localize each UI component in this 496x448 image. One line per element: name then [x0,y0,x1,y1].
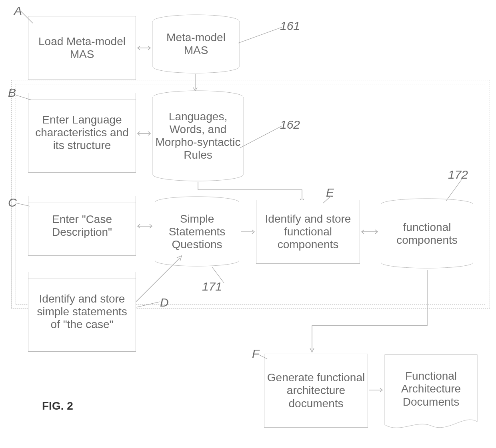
leader-171 [212,267,224,283]
leader-b [16,95,31,103]
letter-c: C [8,196,17,209]
box-b-label: Enter Language characteristics and its s… [31,113,133,152]
cyl-fc-label: functional components [383,221,471,247]
figure-caption: FIG. 2 [42,400,73,412]
letter-b: B [8,86,16,100]
arrow-e-fc [360,229,379,235]
svg-line-0 [21,11,33,23]
leader-172 [446,179,462,201]
diagram-canvas: Load Meta-model MAS A Meta-model MAS 161… [0,0,496,448]
box-a-label: Load Meta-model MAS [31,35,133,61]
leader-a [21,11,33,23]
doc-label: Functional Architecture Documents [387,370,475,408]
leader-f [259,355,267,360]
box-d-label: Identify and store simple statements of … [31,293,133,331]
svg-line-18 [136,258,180,302]
box-enter-case-description: Enter "Case Description" [28,196,136,256]
svg-line-2 [238,27,282,43]
arrow-a-metamodel [136,45,152,51]
arrow-d-simple [136,254,184,302]
cylinder-meta-model: Meta-model MAS [152,14,240,74]
svg-line-17 [446,179,462,201]
ref-162: 162 [280,118,300,131]
svg-line-20 [259,355,267,359]
box-load-meta-model: Load Meta-model MAS [28,16,136,80]
arrow-metamodel-languages [192,74,198,92]
svg-line-19 [136,302,160,307]
cyl-meta-model-label: Meta-model MAS [155,31,237,57]
arrow-c-simple [136,223,154,229]
leader-c [16,203,30,208]
cylinder-languages: Languages, Words, and Morpho-syntactic R… [152,90,244,182]
svg-line-11 [212,267,224,283]
arrow-f-doc [368,387,384,393]
leader-d [136,302,160,307]
svg-line-7 [240,126,282,148]
box-identify-simple-statements: Identify and store simple statements of … [28,272,136,352]
cyl-simple-label: Simple Statements Questions [157,213,237,251]
arrow-simple-e [240,229,256,235]
svg-line-5 [16,95,31,100]
arrow-fc-generate [308,270,428,354]
svg-line-9 [16,203,30,206]
box-e-label: Identify and store functional components [259,213,357,251]
box-f-label: Generate functional architecture documen… [267,371,365,410]
box-enter-language: Enter Language characteristics and its s… [28,93,136,173]
leader-e [323,196,331,203]
cyl-languages-label: Languages, Words, and Morpho-syntactic R… [155,110,241,162]
box-c-label: Enter "Case Description" [31,213,133,239]
letter-f: F [252,347,259,360]
ref-161: 161 [280,19,300,33]
leader-161 [238,27,282,43]
letter-d: D [160,296,169,309]
box-generate-documents: Generate functional architecture documen… [264,354,368,428]
svg-line-14 [323,196,331,203]
leader-162 [240,126,282,148]
box-identify-functional: Identify and store functional components [256,200,360,264]
cylinder-functional-components: functional components [380,198,474,270]
document-functional-arch: Functional Architecture Documents [384,354,478,432]
arrow-b-languages [136,130,152,137]
